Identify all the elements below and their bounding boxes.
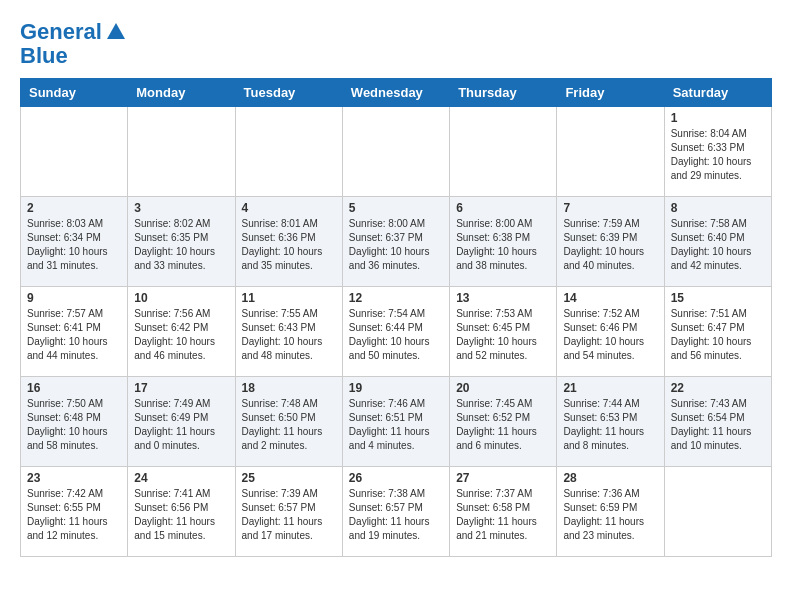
day-number: 9 (27, 291, 121, 305)
calendar-cell (557, 107, 664, 197)
day-number: 26 (349, 471, 443, 485)
calendar-cell: 23Sunrise: 7:42 AM Sunset: 6:55 PM Dayli… (21, 467, 128, 557)
day-number: 13 (456, 291, 550, 305)
day-number: 3 (134, 201, 228, 215)
calendar-cell: 7Sunrise: 7:59 AM Sunset: 6:39 PM Daylig… (557, 197, 664, 287)
calendar-cell: 28Sunrise: 7:36 AM Sunset: 6:59 PM Dayli… (557, 467, 664, 557)
calendar-cell: 24Sunrise: 7:41 AM Sunset: 6:56 PM Dayli… (128, 467, 235, 557)
calendar-cell: 26Sunrise: 7:38 AM Sunset: 6:57 PM Dayli… (342, 467, 449, 557)
calendar-header-row: SundayMondayTuesdayWednesdayThursdayFrid… (21, 79, 772, 107)
calendar-cell: 10Sunrise: 7:56 AM Sunset: 6:42 PM Dayli… (128, 287, 235, 377)
svg-marker-0 (107, 23, 125, 39)
day-info: Sunrise: 8:02 AM Sunset: 6:35 PM Dayligh… (134, 217, 228, 273)
weekday-header-wednesday: Wednesday (342, 79, 449, 107)
calendar-cell: 4Sunrise: 8:01 AM Sunset: 6:36 PM Daylig… (235, 197, 342, 287)
day-number: 19 (349, 381, 443, 395)
calendar-week-3: 9Sunrise: 7:57 AM Sunset: 6:41 PM Daylig… (21, 287, 772, 377)
page-header: General Blue (20, 20, 772, 68)
calendar-cell (235, 107, 342, 197)
day-number: 10 (134, 291, 228, 305)
calendar-cell: 1Sunrise: 8:04 AM Sunset: 6:33 PM Daylig… (664, 107, 771, 197)
day-info: Sunrise: 7:58 AM Sunset: 6:40 PM Dayligh… (671, 217, 765, 273)
day-info: Sunrise: 8:04 AM Sunset: 6:33 PM Dayligh… (671, 127, 765, 183)
day-number: 14 (563, 291, 657, 305)
day-number: 24 (134, 471, 228, 485)
logo-name: General (20, 20, 102, 44)
logo: General Blue (20, 20, 127, 68)
day-number: 1 (671, 111, 765, 125)
calendar-cell (450, 107, 557, 197)
day-number: 28 (563, 471, 657, 485)
calendar-week-5: 23Sunrise: 7:42 AM Sunset: 6:55 PM Dayli… (21, 467, 772, 557)
calendar-cell: 20Sunrise: 7:45 AM Sunset: 6:52 PM Dayli… (450, 377, 557, 467)
calendar-cell: 11Sunrise: 7:55 AM Sunset: 6:43 PM Dayli… (235, 287, 342, 377)
day-number: 15 (671, 291, 765, 305)
calendar-cell: 19Sunrise: 7:46 AM Sunset: 6:51 PM Dayli… (342, 377, 449, 467)
calendar-cell (664, 467, 771, 557)
day-info: Sunrise: 7:48 AM Sunset: 6:50 PM Dayligh… (242, 397, 336, 453)
day-info: Sunrise: 7:53 AM Sunset: 6:45 PM Dayligh… (456, 307, 550, 363)
weekday-header-tuesday: Tuesday (235, 79, 342, 107)
day-number: 2 (27, 201, 121, 215)
day-number: 12 (349, 291, 443, 305)
day-info: Sunrise: 7:36 AM Sunset: 6:59 PM Dayligh… (563, 487, 657, 543)
day-number: 4 (242, 201, 336, 215)
calendar-cell: 8Sunrise: 7:58 AM Sunset: 6:40 PM Daylig… (664, 197, 771, 287)
day-info: Sunrise: 7:52 AM Sunset: 6:46 PM Dayligh… (563, 307, 657, 363)
calendar-cell: 2Sunrise: 8:03 AM Sunset: 6:34 PM Daylig… (21, 197, 128, 287)
weekday-header-friday: Friday (557, 79, 664, 107)
day-info: Sunrise: 7:39 AM Sunset: 6:57 PM Dayligh… (242, 487, 336, 543)
calendar-week-4: 16Sunrise: 7:50 AM Sunset: 6:48 PM Dayli… (21, 377, 772, 467)
day-info: Sunrise: 7:57 AM Sunset: 6:41 PM Dayligh… (27, 307, 121, 363)
day-info: Sunrise: 7:55 AM Sunset: 6:43 PM Dayligh… (242, 307, 336, 363)
weekday-header-sunday: Sunday (21, 79, 128, 107)
calendar-cell (21, 107, 128, 197)
day-info: Sunrise: 8:00 AM Sunset: 6:38 PM Dayligh… (456, 217, 550, 273)
day-number: 16 (27, 381, 121, 395)
calendar-cell (128, 107, 235, 197)
calendar-cell: 15Sunrise: 7:51 AM Sunset: 6:47 PM Dayli… (664, 287, 771, 377)
day-info: Sunrise: 7:45 AM Sunset: 6:52 PM Dayligh… (456, 397, 550, 453)
calendar-cell: 3Sunrise: 8:02 AM Sunset: 6:35 PM Daylig… (128, 197, 235, 287)
day-info: Sunrise: 7:54 AM Sunset: 6:44 PM Dayligh… (349, 307, 443, 363)
day-info: Sunrise: 7:56 AM Sunset: 6:42 PM Dayligh… (134, 307, 228, 363)
calendar-cell: 9Sunrise: 7:57 AM Sunset: 6:41 PM Daylig… (21, 287, 128, 377)
calendar-cell: 16Sunrise: 7:50 AM Sunset: 6:48 PM Dayli… (21, 377, 128, 467)
day-info: Sunrise: 8:00 AM Sunset: 6:37 PM Dayligh… (349, 217, 443, 273)
day-number: 8 (671, 201, 765, 215)
day-info: Sunrise: 8:03 AM Sunset: 6:34 PM Dayligh… (27, 217, 121, 273)
day-info: Sunrise: 7:38 AM Sunset: 6:57 PM Dayligh… (349, 487, 443, 543)
calendar-cell: 18Sunrise: 7:48 AM Sunset: 6:50 PM Dayli… (235, 377, 342, 467)
day-info: Sunrise: 7:46 AM Sunset: 6:51 PM Dayligh… (349, 397, 443, 453)
day-number: 18 (242, 381, 336, 395)
day-info: Sunrise: 7:42 AM Sunset: 6:55 PM Dayligh… (27, 487, 121, 543)
weekday-header-saturday: Saturday (664, 79, 771, 107)
day-info: Sunrise: 7:41 AM Sunset: 6:56 PM Dayligh… (134, 487, 228, 543)
weekday-header-thursday: Thursday (450, 79, 557, 107)
calendar-table: SundayMondayTuesdayWednesdayThursdayFrid… (20, 78, 772, 557)
day-info: Sunrise: 7:50 AM Sunset: 6:48 PM Dayligh… (27, 397, 121, 453)
day-number: 21 (563, 381, 657, 395)
calendar-cell: 17Sunrise: 7:49 AM Sunset: 6:49 PM Dayli… (128, 377, 235, 467)
day-number: 5 (349, 201, 443, 215)
day-info: Sunrise: 7:44 AM Sunset: 6:53 PM Dayligh… (563, 397, 657, 453)
calendar-cell: 5Sunrise: 8:00 AM Sunset: 6:37 PM Daylig… (342, 197, 449, 287)
logo-blue: Blue (20, 44, 68, 68)
day-number: 7 (563, 201, 657, 215)
day-info: Sunrise: 7:49 AM Sunset: 6:49 PM Dayligh… (134, 397, 228, 453)
day-number: 22 (671, 381, 765, 395)
day-number: 17 (134, 381, 228, 395)
calendar-cell: 25Sunrise: 7:39 AM Sunset: 6:57 PM Dayli… (235, 467, 342, 557)
day-number: 27 (456, 471, 550, 485)
calendar-week-1: 1Sunrise: 8:04 AM Sunset: 6:33 PM Daylig… (21, 107, 772, 197)
day-number: 23 (27, 471, 121, 485)
day-number: 20 (456, 381, 550, 395)
calendar-cell: 12Sunrise: 7:54 AM Sunset: 6:44 PM Dayli… (342, 287, 449, 377)
day-info: Sunrise: 7:51 AM Sunset: 6:47 PM Dayligh… (671, 307, 765, 363)
calendar-cell: 13Sunrise: 7:53 AM Sunset: 6:45 PM Dayli… (450, 287, 557, 377)
calendar-cell: 14Sunrise: 7:52 AM Sunset: 6:46 PM Dayli… (557, 287, 664, 377)
day-number: 25 (242, 471, 336, 485)
day-info: Sunrise: 7:59 AM Sunset: 6:39 PM Dayligh… (563, 217, 657, 273)
calendar-cell: 6Sunrise: 8:00 AM Sunset: 6:38 PM Daylig… (450, 197, 557, 287)
calendar-cell (342, 107, 449, 197)
